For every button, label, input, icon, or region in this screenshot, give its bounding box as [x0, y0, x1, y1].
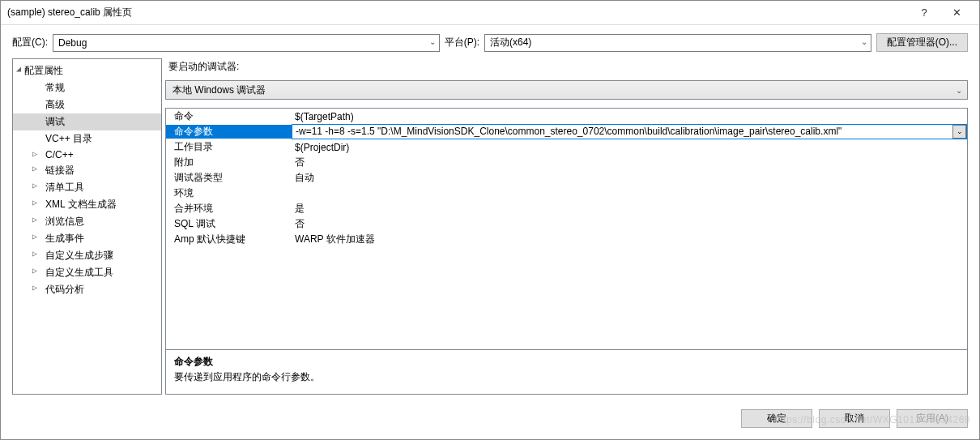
property-grid-container: 命令$(TargetPath)命令参数-w=11 -h=8 -s=1.5 "D:… [165, 108, 968, 395]
tree-item-label: 代码分析 [45, 284, 84, 295]
tree-item[interactable]: 高级 [13, 96, 161, 113]
debugger-select[interactable]: 本地 Windows 调试器 ⌄ [165, 80, 968, 100]
grid-row[interactable]: 附加否 [166, 155, 967, 170]
property-value[interactable]: $(ProjectDir) [292, 142, 967, 153]
section-label: 要启动的调试器: [165, 58, 968, 75]
property-value[interactable]: 否 [292, 217, 967, 231]
caret-right-icon: ▷ [32, 232, 37, 241]
apply-button[interactable]: 应用(A) [897, 409, 968, 428]
debugger-value: 本地 Windows 调试器 [173, 83, 266, 97]
grid-row[interactable]: 合并环境是 [166, 201, 967, 216]
tree-item[interactable]: ▷清单工具 [13, 179, 161, 196]
dropdown-icon[interactable]: ⌄ [952, 125, 966, 139]
config-select[interactable]: Debug ⌄ [53, 34, 440, 52]
description-title: 命令参数 [174, 355, 959, 369]
cancel-button[interactable]: 取消 [819, 409, 890, 428]
right-panel: 要启动的调试器: 本地 Windows 调试器 ⌄ 命令$(TargetPath… [165, 58, 968, 395]
tree-item-label: 自定义生成步骤 [45, 250, 113, 261]
tree-item-label: C/C++ [45, 149, 74, 160]
chevron-down-icon: ⌄ [861, 37, 867, 46]
grid-row[interactable]: Amp 默认快捷键WARP 软件加速器 [166, 232, 967, 247]
description-panel: 命令参数 要传递到应用程序的命令行参数。 [166, 349, 967, 394]
property-name: 环境 [166, 186, 292, 200]
tree-item-label: 清单工具 [45, 182, 84, 193]
window-title: (sample) stereo_calib 属性页 [7, 6, 908, 19]
tree-item[interactable]: ▷生成事件 [13, 230, 161, 247]
property-name: Amp 默认快捷键 [166, 233, 292, 246]
property-value[interactable]: WARP 软件加速器 [292, 233, 967, 246]
titlebar: (sample) stereo_calib 属性页 ? ✕ [1, 1, 979, 25]
grid-row[interactable]: 命令$(TargetPath) [166, 109, 967, 124]
property-name: 附加 [166, 156, 292, 169]
ok-button[interactable]: 确定 [741, 409, 812, 428]
caret-right-icon: ▷ [32, 198, 37, 207]
config-label: 配置(C): [12, 36, 48, 49]
platform-value: 活动(x64) [490, 36, 531, 49]
property-value[interactable]: -w=11 -h=8 -s=1.5 "D:\M_MindVisionSDK_Cl… [292, 124, 967, 139]
tree-item-label: 常规 [45, 82, 65, 93]
property-name: SQL 调试 [166, 217, 292, 231]
tree-item[interactable]: ▷C/C++ [13, 147, 161, 162]
caret-right-icon: ▷ [32, 215, 37, 224]
tree-item[interactable]: ▷XML 文档生成器 [13, 196, 161, 213]
tree-item-label: 自定义生成工具 [45, 267, 113, 278]
caret-right-icon: ▷ [32, 181, 37, 190]
tree-item[interactable]: 调试 [13, 113, 161, 130]
chevron-down-icon: ⌄ [429, 37, 436, 46]
tree-item-label: 高级 [45, 99, 65, 110]
caret-right-icon: ▷ [32, 249, 37, 258]
help-icon[interactable]: ? [908, 6, 940, 19]
tree-item[interactable]: 常规 [13, 79, 161, 96]
config-manager-button[interactable]: 配置管理器(O)... [876, 33, 968, 52]
tree-item-label: 生成事件 [45, 233, 84, 244]
tree-item[interactable]: ▷自定义生成步骤 [13, 247, 161, 264]
property-name: 调试器类型 [166, 171, 292, 185]
tree-item[interactable]: ▷自定义生成工具 [13, 264, 161, 281]
tree-root[interactable]: ◢ 配置属性 [13, 62, 161, 79]
tree-item-label: XML 文档生成器 [45, 199, 117, 210]
caret-right-icon: ▷ [32, 283, 37, 292]
grid-row[interactable]: SQL 调试否 [166, 216, 967, 232]
grid-row[interactable]: 调试器类型自动 [166, 170, 967, 186]
tree-item[interactable]: VC++ 目录 [13, 130, 161, 147]
nav-tree: ◢ 配置属性 常规高级调试VC++ 目录▷C/C++▷链接器▷清单工具▷XML … [12, 58, 162, 395]
property-value[interactable]: 是 [292, 202, 967, 216]
platform-select[interactable]: 活动(x64) ⌄ [484, 34, 871, 52]
property-name: 命令 [166, 109, 292, 123]
grid-row[interactable]: 环境 [166, 186, 967, 201]
tree-item-label: 调试 [45, 116, 65, 127]
chevron-down-icon: ⌄ [956, 86, 962, 95]
property-name: 命令参数 [166, 125, 292, 139]
caret-down-icon: ◢ [16, 64, 21, 73]
platform-label: 平台(P): [445, 36, 479, 49]
caret-right-icon: ▷ [32, 164, 37, 173]
property-value[interactable]: $(TargetPath) [292, 111, 967, 122]
tree-item[interactable]: ▷链接器 [13, 162, 161, 179]
tree-item-label: VC++ 目录 [45, 133, 92, 144]
tree-item[interactable]: ▷浏览信息 [13, 213, 161, 230]
property-value[interactable]: 否 [292, 156, 967, 169]
caret-right-icon: ▷ [32, 266, 37, 275]
config-row: 配置(C): Debug ⌄ 平台(P): 活动(x64) ⌄ 配置管理器(O)… [1, 25, 979, 58]
tree-item[interactable]: ▷代码分析 [13, 281, 161, 298]
config-value: Debug [58, 37, 87, 49]
caret-right-icon: ▷ [32, 149, 37, 158]
grid-row[interactable]: 工作目录$(ProjectDir) [166, 139, 967, 155]
property-name: 合并环境 [166, 202, 292, 216]
close-icon[interactable]: ✕ [940, 6, 973, 19]
description-text: 要传递到应用程序的命令行参数。 [174, 370, 959, 384]
property-name: 工作目录 [166, 140, 292, 154]
tree-item-label: 链接器 [45, 164, 75, 176]
footer: 确定 取消 应用(A) [1, 403, 979, 439]
tree-item-label: 浏览信息 [45, 216, 84, 227]
property-grid: 命令$(TargetPath)命令参数-w=11 -h=8 -s=1.5 "D:… [166, 109, 967, 349]
property-value[interactable]: 自动 [292, 171, 967, 185]
grid-row[interactable]: 命令参数-w=11 -h=8 -s=1.5 "D:\M_MindVisionSD… [166, 124, 967, 139]
